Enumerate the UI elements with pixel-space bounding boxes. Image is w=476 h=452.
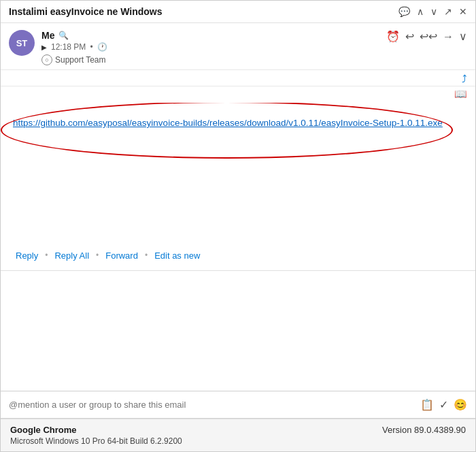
avatar: ST	[9, 30, 35, 56]
chevron-up-icon[interactable]: ∧	[417, 6, 424, 17]
dot-separator: •	[90, 42, 92, 52]
book-icon[interactable]: 📖	[454, 88, 467, 100]
email-meta: Me 🔍 ▶ 12:18 PM • 🕐 ○ Support Team	[41, 30, 107, 65]
separator-1: •	[45, 251, 48, 260]
separator-2: •	[96, 251, 99, 260]
window-title: Instalimi easyInvoice ne Windows	[9, 6, 163, 17]
chevron-down-icon[interactable]: ∨	[430, 6, 437, 17]
close-icon[interactable]: ✕	[459, 6, 467, 17]
title-bar-controls: 💬 ∧ ∨ ↗ ✕	[398, 6, 467, 17]
email-sender-info: ST Me 🔍 ▶ 12:18 PM • 🕐 ○ Support Team	[9, 30, 107, 65]
search-sender-icon[interactable]: 🔍	[58, 31, 69, 40]
play-icon: ▶	[41, 44, 47, 51]
compose-bar[interactable]: 📋 ✓ 😊	[1, 391, 475, 419]
recipient-row: ○ Support Team	[41, 53, 107, 65]
forward-button[interactable]: Forward	[100, 248, 143, 263]
recipient-name: Support Team	[55, 55, 106, 65]
email-header-actions: ⏰ ↩ ↩↩ → ∨	[386, 30, 467, 43]
app-version: Version 89.0.4389.90	[382, 425, 466, 435]
footer-row2: Microsoft Windows 10 Pro 64-bit Build 6.…	[10, 436, 466, 446]
reply-all-button[interactable]: Reply All	[49, 248, 95, 263]
emoji-icon[interactable]: 😊	[454, 398, 467, 411]
app-name: Google Chrome	[10, 425, 77, 435]
to-icon: ○	[41, 54, 52, 65]
alarm-icon[interactable]: ⏰	[386, 30, 400, 43]
side-actions: ⤴	[1, 70, 475, 86]
download-link[interactable]: https://github.com/easyposal/easyinvoice…	[13, 118, 443, 128]
reply-all-icon[interactable]: ↩↩	[420, 30, 437, 43]
compose-icons: 📋 ✓ 😊	[420, 398, 467, 411]
chat-icon[interactable]: 💬	[398, 6, 410, 17]
footer-row1: Google Chrome Version 89.0.4389.90	[10, 425, 466, 435]
oval-annotation	[1, 103, 453, 159]
compose-input[interactable]	[9, 400, 420, 410]
email-time: 12:18 PM	[51, 42, 86, 52]
title-bar: Instalimi easyInvoice ne Windows 💬 ∧ ∨ ↗…	[1, 1, 475, 23]
more-icon[interactable]: ∨	[459, 30, 467, 43]
body-spacer	[1, 271, 475, 391]
os-info: Microsoft Windows 10 Pro 64-bit Build 6.…	[10, 436, 182, 446]
email-body: https://github.com/easyposal/easyinvoice…	[1, 103, 475, 244]
sender-row: Me 🔍	[41, 30, 107, 41]
email-header: ST Me 🔍 ▶ 12:18 PM • 🕐 ○ Support Team ⏰ …	[1, 23, 475, 70]
check-icon[interactable]: ✓	[439, 398, 448, 411]
clock-icon: 🕐	[97, 42, 107, 52]
share-icon[interactable]: ⤴	[462, 73, 467, 84]
clipboard-icon[interactable]: 📋	[420, 398, 434, 411]
expand-icon[interactable]: ↗	[444, 6, 452, 17]
footer: Google Chrome Version 89.0.4389.90 Micro…	[1, 419, 475, 451]
separator-3: •	[145, 251, 148, 260]
time-row: ▶ 12:18 PM • 🕐	[41, 42, 107, 52]
link-wrapper: https://github.com/easyposal/easyinvoice…	[13, 116, 443, 129]
book-icon-row: 📖	[1, 86, 475, 103]
sender-name: Me	[41, 30, 54, 41]
reply-bar: Reply • Reply All • Forward • Edit as ne…	[1, 244, 475, 271]
forward-icon[interactable]: →	[443, 31, 454, 43]
edit-as-new-button[interactable]: Edit as new	[149, 248, 205, 263]
reply-icon[interactable]: ↩	[405, 30, 414, 43]
reply-button[interactable]: Reply	[10, 248, 44, 263]
